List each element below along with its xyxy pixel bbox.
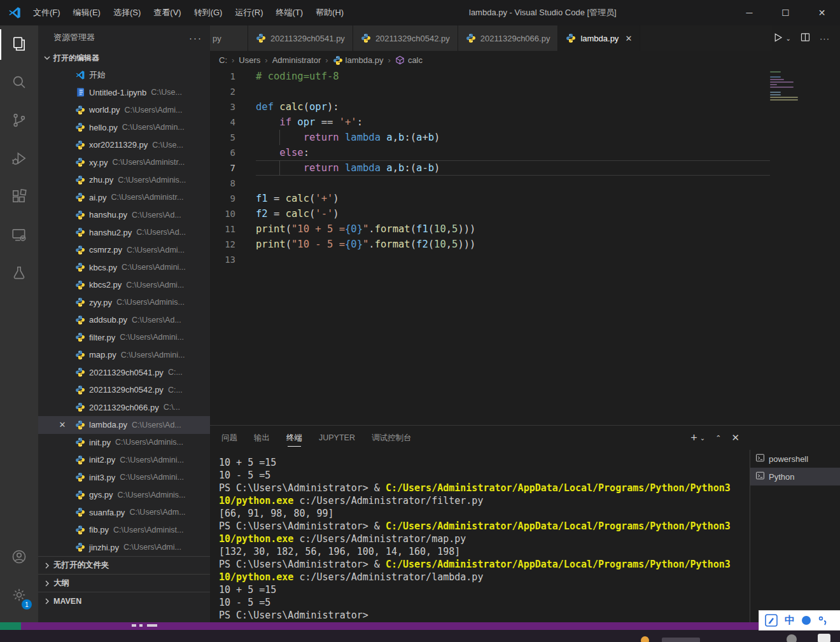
code-line-1[interactable]: 1# coding=utf-8: [210, 69, 840, 84]
sidebar-section-大纲[interactable]: 大纲: [38, 574, 210, 592]
open-editor-item[interactable]: ai.pyC:\Users\Administr...: [38, 189, 210, 207]
taskbar-icon[interactable]: [641, 636, 649, 642]
code-line-6[interactable]: 6 else:: [210, 145, 840, 160]
activity-extensions[interactable]: [0, 178, 38, 216]
open-editor-item[interactable]: 开始: [38, 66, 210, 84]
menu-item-1[interactable]: 文件(F): [27, 0, 67, 25]
open-editor-item[interactable]: 20211329ch0542.pyC:...: [38, 381, 210, 399]
activity-remote-explorer[interactable]: [0, 216, 38, 255]
open-editor-item[interactable]: kbcs.pyC:\Users\Admini...: [38, 259, 210, 277]
remote-indicator[interactable]: [0, 622, 21, 630]
open-editor-item[interactable]: init2.pyC:\Users\Admini...: [38, 451, 210, 469]
code-line-9[interactable]: 9f1 = calc('+'): [210, 191, 840, 206]
breadcrumb-item[interactable]: lambda.py: [333, 55, 384, 65]
open-editor-item[interactable]: ✕lambda.pyC:\Users\Ad...: [38, 416, 210, 434]
code-line-2[interactable]: 2: [210, 84, 840, 99]
menu-item-5[interactable]: 转到(G): [188, 0, 229, 25]
run-dropdown-chevron-icon[interactable]: ⌄: [786, 35, 791, 42]
code-line-10[interactable]: 10f2 = calc('-'): [210, 206, 840, 221]
taskbar-widget[interactable]: [662, 638, 700, 642]
open-editor-item[interactable]: 20211329ch0541.pyC:...: [38, 364, 210, 382]
split-editor-icon[interactable]: [800, 32, 811, 45]
ime-pen-icon[interactable]: [765, 614, 778, 627]
activity-testing[interactable]: [0, 255, 38, 293]
code-line-4[interactable]: 4 if opr == '+':: [210, 115, 840, 130]
open-editor-item[interactable]: hanshu.pyC:\Users\Ad...: [38, 206, 210, 224]
code-line-12[interactable]: 12print("10 - 5 ={0}".format(f2(10,5))): [210, 237, 840, 252]
open-editor-item[interactable]: xor20211329.pyC:\Use...: [38, 136, 210, 154]
breadcrumb-item[interactable]: Users: [239, 55, 260, 65]
minimize-button[interactable]: ─: [731, 0, 767, 25]
new-terminal-icon[interactable]: +: [690, 431, 697, 445]
terminal-output[interactable]: 10 + 5 =1510 - 5 =5PS C:\Users\Administr…: [219, 456, 750, 622]
tab-lambda.py[interactable]: lambda.py✕: [558, 25, 640, 51]
open-editor-item[interactable]: world.pyC:\Users\Admi...: [38, 101, 210, 119]
code-line-3[interactable]: 3def calc(opr):: [210, 99, 840, 115]
open-editor-item[interactable]: 20211329ch066.pyC:\...: [38, 399, 210, 417]
open-editor-item[interactable]: fib.pyC:\Users\Administ...: [38, 521, 210, 539]
code-line-11[interactable]: 11print("10 + 5 ={0}".format(f1(10,5))): [210, 221, 840, 237]
open-editor-item[interactable]: addsub.pyC:\Users\Ad...: [38, 311, 210, 329]
open-editor-item[interactable]: init3.pyC:\Users\Admini...: [38, 469, 210, 487]
open-editor-item[interactable]: init.pyC:\Users\Adminis...: [38, 434, 210, 452]
terminal-instance-Python[interactable]: Python: [750, 468, 840, 485]
tab-partial[interactable]: py: [210, 25, 248, 51]
code-line-7[interactable]: 7 return lambda a,b:(a-b): [210, 160, 840, 176]
menu-item-3[interactable]: 选择(S): [107, 0, 147, 25]
menu-item-4[interactable]: 查看(V): [147, 0, 187, 25]
close-icon[interactable]: ✕: [625, 34, 632, 43]
open-editor-item[interactable]: suanfa.pyC:\Users\Adm...: [38, 504, 210, 522]
panel-tab-终端[interactable]: 终端: [286, 426, 302, 450]
panel-tab-问题[interactable]: 问题: [221, 426, 237, 450]
menu-item-2[interactable]: 编辑(E): [67, 0, 107, 25]
tab-20211329ch0541.py[interactable]: 20211329ch0541.py: [248, 25, 353, 51]
open-editors-header[interactable]: 打开的编辑器: [38, 50, 210, 66]
code-editor[interactable]: 1# coding=utf-823def calc(opr):4 if opr …: [210, 69, 840, 425]
run-python-icon[interactable]: [772, 32, 783, 45]
sidebar-section-无打开的文件夹[interactable]: 无打开的文件夹: [38, 556, 210, 574]
panel-tab-JUPYTER[interactable]: JUPYTER: [319, 426, 355, 450]
activity-settings[interactable]: 1: [0, 576, 38, 615]
open-editor-item[interactable]: kbcs2.pyC:\Users\Admi...: [38, 276, 210, 294]
breadcrumb-item[interactable]: Administrator: [272, 55, 321, 65]
activity-explorer[interactable]: [0, 25, 38, 64]
ime-mode-chinese[interactable]: 中: [785, 614, 795, 627]
open-editor-item[interactable]: hello.pyC:\Users\Admin...: [38, 119, 210, 137]
panel-tab-输出[interactable]: 输出: [254, 426, 270, 450]
terminal-instance-powershell[interactable]: powershell: [750, 450, 840, 468]
maximize-panel-icon[interactable]: ⌃: [715, 434, 721, 442]
activity-run-debug[interactable]: [0, 140, 38, 178]
open-editor-item[interactable]: hanshu2.pyC:\Users\Ad...: [38, 224, 210, 242]
sidebar-section-MAVEN[interactable]: MAVEN: [38, 592, 210, 610]
tab-20211329ch0542.py[interactable]: 20211329ch0542.py: [353, 25, 458, 51]
ime-punctuation-icon[interactable]: [818, 615, 828, 625]
more-actions-icon[interactable]: ···: [820, 34, 830, 43]
breadcrumb-item[interactable]: C:: [219, 55, 227, 65]
open-editor-item[interactable]: filter.pyC:\Users\Admini...: [38, 329, 210, 347]
code-line-8[interactable]: 8: [210, 176, 840, 191]
code-line-13[interactable]: 13: [210, 252, 840, 267]
open-editor-item[interactable]: xy.pyC:\Users\Administr...: [38, 154, 210, 172]
menu-item-6[interactable]: 运行(R): [228, 0, 269, 25]
panel-tab-调试控制台[interactable]: 调试控制台: [372, 426, 412, 450]
menu-item-7[interactable]: 终端(T): [269, 0, 309, 25]
code-line-5[interactable]: 5 return lambda a,b:(a+b): [210, 130, 840, 145]
open-editor-item[interactable]: map.pyC:\Users\Admini...: [38, 346, 210, 364]
activity-search[interactable]: [0, 64, 38, 102]
maximize-button[interactable]: ☐: [767, 0, 804, 25]
close-panel-icon[interactable]: ✕: [731, 432, 739, 443]
terminal-picker-chevron-icon[interactable]: ⌄: [700, 435, 705, 442]
close-icon[interactable]: ✕: [57, 420, 67, 429]
open-editor-item[interactable]: csmrz.pyC:\Users\Admi...: [38, 241, 210, 259]
open-editor-item[interactable]: Untitled-1.ipynbC:\Use...: [38, 84, 210, 102]
activity-account[interactable]: [0, 538, 38, 576]
open-editor-item[interactable]: gys.pyC:\Users\Adminis...: [38, 486, 210, 504]
close-button[interactable]: ✕: [804, 0, 840, 25]
ime-fullwidth-icon[interactable]: [802, 616, 811, 625]
breadcrumb-item[interactable]: calc: [395, 55, 423, 65]
open-editor-item[interactable]: jinzhi.pyC:\Users\Admi...: [38, 539, 210, 557]
sidebar-more-actions[interactable]: ···: [189, 32, 202, 43]
activity-source-control[interactable]: [0, 102, 38, 140]
taskbar-icon[interactable]: [787, 634, 797, 642]
menu-item-8[interactable]: 帮助(H): [309, 0, 350, 25]
